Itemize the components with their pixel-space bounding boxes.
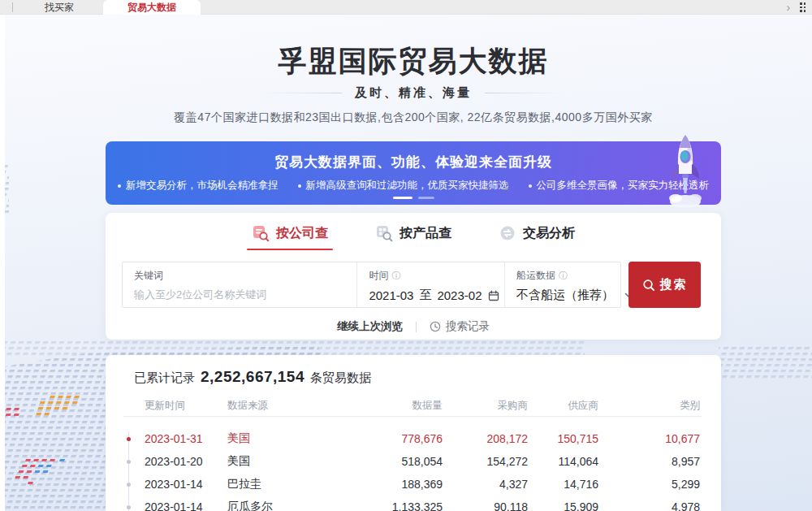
col-data-source: 数据来源 xyxy=(218,399,309,413)
table-row[interactable]: 2023-01-14 厄瓜多尔 1,133,325 90,118 15,909 … xyxy=(123,496,702,511)
table-row[interactable]: 2023-01-31 美国 778,676 208,172 150,715 10… xyxy=(123,427,702,450)
info-icon[interactable]: ⓘ xyxy=(559,271,568,280)
timeline-dot xyxy=(127,460,131,464)
banner-title: 贸易大数据界面、功能、体验迎来全面升级 xyxy=(106,153,721,171)
tab-search-by-product[interactable]: 按产品查 xyxy=(375,224,451,250)
time-start-value: 2021-03 xyxy=(369,288,413,302)
banner-bullet: 新增交易分析，市场机会精准拿捏 xyxy=(118,179,279,193)
col-category: 类别 xyxy=(598,399,700,413)
keyword-field[interactable]: 关键词 输入至少2位公司名称关键词 xyxy=(123,262,356,307)
col-buyers: 采购商 xyxy=(443,399,528,413)
shipping-data-select[interactable]: 船运数据ⓘ 不含船运（推荐） xyxy=(505,262,620,307)
time-range-field[interactable]: 时间ⓘ 2021-03 至 2023-02 xyxy=(357,262,504,307)
table-header-row: 更新时间 数据来源 数据量 采购商 供应商 类别 xyxy=(123,396,702,417)
hero-section: 孚盟国际贸易大数据 及时、精准、海量 覆盖47个国家进口数据和23国出口数据,包… xyxy=(106,42,721,125)
clock-icon xyxy=(430,321,441,332)
search-icon xyxy=(642,279,655,292)
search-history-link[interactable]: 搜索记录 xyxy=(430,319,490,334)
banner-bullet: 新增高级查询和过滤功能，优质买家快捷筛选 xyxy=(298,179,509,193)
tab-trade-analysis[interactable]: 交易分析 xyxy=(499,224,575,250)
page-subtitle: 及时、精准、海量 xyxy=(355,85,472,101)
upgrade-banner[interactable]: 贸易大数据界面、功能、体验迎来全面升级 新增交易分析，市场机会精准拿捏 新增高级… xyxy=(106,141,721,205)
timeline-dot xyxy=(127,505,131,509)
table-row[interactable]: 2023-01-14 巴拉圭 188,369 4,327 14,716 5,29… xyxy=(123,473,702,496)
continue-browsing-link[interactable]: 继续上次浏览 xyxy=(337,319,403,334)
trade-data-card: 已累计记录 2,252,667,154 条贸易数据 更新时间 数据来源 数据量 … xyxy=(106,355,721,511)
col-update-time: 更新时间 xyxy=(135,399,218,413)
subtitle-line-left xyxy=(265,93,342,93)
keyword-placeholder: 输入至少2位公司名称关键词 xyxy=(134,288,356,302)
tab-bar-divider xyxy=(12,2,13,12)
left-edge-strip xyxy=(0,0,5,511)
info-icon[interactable]: ⓘ xyxy=(391,271,400,280)
search-card: 按公司查 按产品查 交易分析 xyxy=(106,213,721,340)
search-button[interactable]: 搜索 xyxy=(628,262,701,308)
hero-description: 覆盖47个国家进口数据和23国出口数据,包含200个国家, 22亿条贸易数据,4… xyxy=(106,110,721,125)
time-end-value: 2023-02 xyxy=(437,288,482,302)
page: 找买家 贸易大数据 › 孚盟国际贸易大数据 及时、精准、海量 覆盖47个国家进口… xyxy=(0,0,812,511)
col-suppliers: 供应商 xyxy=(528,399,598,413)
trade-data-table: 更新时间 数据来源 数据量 采购商 供应商 类别 2023-01-31 美国 7… xyxy=(123,396,702,511)
col-data-volume: 数据量 xyxy=(309,399,443,413)
timeline-dot xyxy=(127,437,131,441)
search-form: 关键词 输入至少2位公司名称关键词 时间ⓘ 2021-03 至 2023-02 xyxy=(122,262,621,308)
company-search-icon xyxy=(252,224,270,242)
links-divider xyxy=(416,322,417,332)
timeline-dot xyxy=(127,483,131,487)
page-title: 孚盟国际贸易大数据 xyxy=(106,42,721,80)
trade-analysis-icon xyxy=(499,224,516,242)
table-row[interactable]: 2023-01-20 美国 518,054 154,272 114,064 8,… xyxy=(123,450,702,473)
shipping-selected-value: 不含船运（推荐） xyxy=(516,288,614,303)
top-tab-bar: 找买家 贸易大数据 › xyxy=(0,0,812,15)
tab-trade-big-data[interactable]: 贸易大数据 xyxy=(103,0,201,15)
subtitle-line-right xyxy=(485,93,562,93)
carousel-indicators[interactable] xyxy=(106,197,721,200)
more-menu-icon[interactable] xyxy=(800,2,806,11)
tab-find-buyers[interactable]: 找买家 xyxy=(23,0,96,15)
total-records-count: 2,252,667,154 xyxy=(201,368,304,386)
calendar-icon[interactable] xyxy=(488,290,499,301)
rocket-illustration xyxy=(664,130,708,211)
total-records-stat: 已累计记录 2,252,667,154 条贸易数据 xyxy=(134,368,371,386)
product-search-icon xyxy=(375,224,393,242)
chevron-right-icon[interactable]: › xyxy=(787,2,791,13)
tab-search-by-company[interactable]: 按公司查 xyxy=(252,224,328,250)
